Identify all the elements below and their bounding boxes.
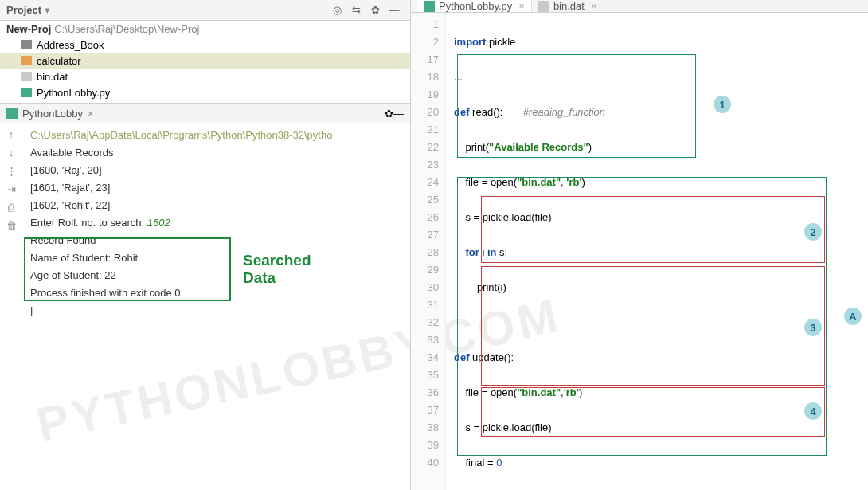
tree-item-address-book[interactable]: Address_Book (0, 37, 410, 53)
project-title[interactable]: Project (6, 4, 41, 16)
annotation-circle-3: 3 (804, 319, 822, 336)
editor-tab-bin-dat[interactable]: bin.dat× (532, 0, 604, 12)
up-icon[interactable]: ↑ (9, 128, 14, 140)
line-number-gutter: 1217181920212223242526272829303132333435… (411, 13, 446, 490)
down-icon[interactable]: ↓ (9, 147, 14, 159)
annotation-box-4 (481, 387, 825, 437)
tree-item-pythonlobby-py[interactable]: PythonLobby.py (0, 84, 410, 100)
annotation-circle-1: 1 (714, 96, 731, 113)
close-tab-icon[interactable]: × (88, 108, 94, 120)
annotation-box-3 (481, 266, 825, 386)
hide-icon[interactable]: — (388, 4, 401, 17)
collapse-icon[interactable]: ⇆ (350, 4, 362, 17)
searched-data-highlight (24, 237, 231, 301)
python-icon (6, 108, 18, 119)
annotation-box-1 (457, 54, 696, 158)
overflow-icon[interactable]: ⋮ (6, 165, 17, 177)
tree-item-bin-dat[interactable]: bin.dat (0, 69, 410, 84)
file-icon (538, 1, 549, 12)
close-icon[interactable]: × (518, 0, 525, 12)
python-file-icon (424, 1, 435, 12)
console-output[interactable]: C:\Users\Raj\AppData\Local\Programs\Pyth… (22, 123, 410, 490)
searched-data-label: SearchedData (243, 252, 311, 287)
annotation-box-2 (481, 196, 825, 263)
editor-tab-bar: PythonLobby.py× bin.dat× (411, 0, 868, 13)
close-icon[interactable]: × (591, 0, 597, 12)
python-file-icon (21, 88, 32, 97)
gear-icon[interactable]: ✿ (369, 4, 381, 17)
project-tree: New-Proj C:\Users\Raj\Desktop\New-Proj A… (0, 21, 410, 100)
project-header: Project ▾ ◎ ⇆ ✿ — (0, 0, 410, 21)
tree-item-calculator[interactable]: calculator (0, 53, 410, 69)
hide-icon[interactable]: — (393, 108, 404, 120)
tree-root[interactable]: New-Proj C:\Users\Raj\Desktop\New-Proj (0, 21, 410, 37)
print-icon[interactable]: ⎙ (8, 202, 14, 214)
folder-icon (21, 40, 32, 49)
chevron-down-icon[interactable]: ▾ (45, 4, 50, 16)
annotation-circle-2: 2 (804, 223, 822, 241)
file-icon (21, 72, 32, 81)
target-icon[interactable]: ◎ (330, 4, 343, 17)
trash-icon[interactable]: 🗑 (6, 220, 17, 232)
run-tab-name[interactable]: PythonLobby (22, 108, 83, 120)
annotation-circle-A: A (844, 308, 862, 325)
gear-icon[interactable]: ✿ (385, 108, 393, 120)
run-tab-bar: PythonLobby × ✿ — (0, 103, 410, 123)
annotation-circle-4: 4 (804, 402, 822, 420)
folder-icon (21, 56, 32, 65)
editor-tab-pythonlobby[interactable]: PythonLobby.py× (417, 0, 532, 12)
wrap-icon[interactable]: ⇥ (7, 183, 16, 195)
